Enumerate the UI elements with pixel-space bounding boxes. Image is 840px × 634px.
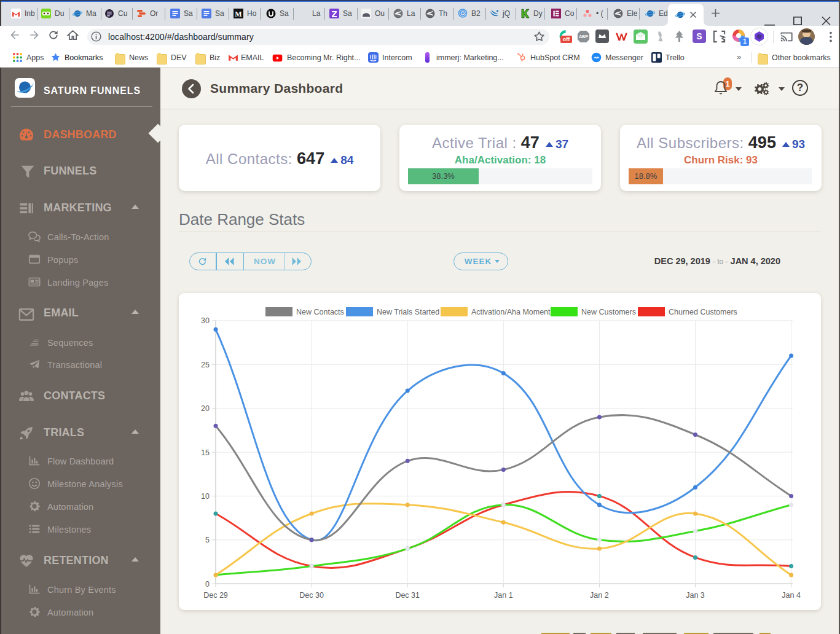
svg-text:Jan 2: Jan 2 — [590, 591, 609, 600]
svg-text:10: 10 — [201, 492, 210, 501]
svg-text:20: 20 — [201, 404, 210, 413]
svg-text:Dec 31: Dec 31 — [395, 591, 420, 600]
svg-text:30: 30 — [201, 316, 210, 325]
svg-text:Dec 30: Dec 30 — [299, 591, 324, 600]
svg-text:5: 5 — [205, 536, 210, 544]
svg-text:15: 15 — [201, 448, 210, 457]
svg-text:0: 0 — [205, 580, 210, 589]
svg-text:M: M — [235, 10, 241, 18]
svg-text:ABP: ABP — [579, 34, 588, 39]
svg-text:Dec 29: Dec 29 — [203, 591, 228, 600]
svg-text:25: 25 — [201, 361, 210, 369]
svg-text:Jan 4: Jan 4 — [782, 591, 801, 600]
svg-text:Jan 1: Jan 1 — [494, 591, 513, 600]
svg-text:Jan 3: Jan 3 — [686, 591, 705, 600]
